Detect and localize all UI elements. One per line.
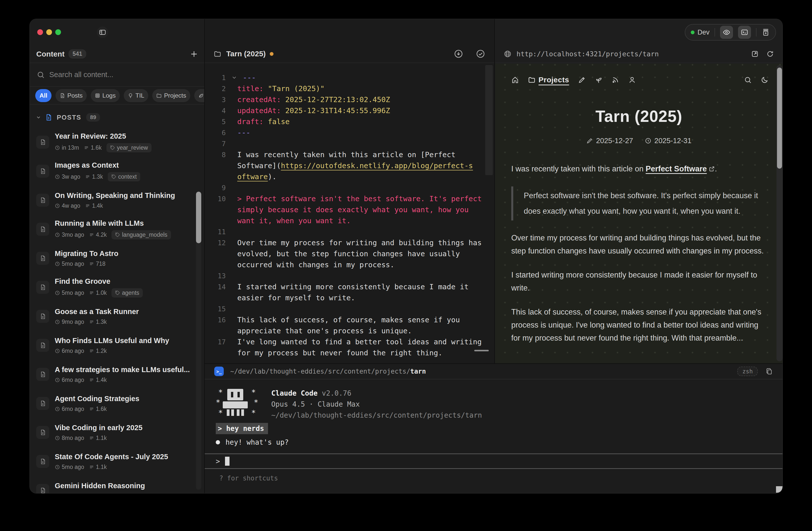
code-line[interactable]: 1--- [205,72,494,83]
terminal-body[interactable]: *** *** Claude Code v2.0.76 Opus 4.5 · C… [205,379,783,493]
code-line[interactable]: simply because it does exactly what you … [205,204,494,215]
page-scrollbar-thumb[interactable] [777,68,782,169]
minimize-button[interactable] [46,29,52,35]
filter-chip-garden[interactable]: Garden [194,89,204,102]
home-icon[interactable] [511,76,519,84]
code-segment: --- [243,73,256,82]
post-list-item[interactable]: On Writing, Speaking and Thinking4w ago1… [30,186,204,215]
code-line[interactable]: easier for myself to write. [205,292,494,303]
zoom-button[interactable] [55,29,61,35]
pencil-icon[interactable] [578,76,586,84]
code-segment: "Tarn (2025)" [268,84,324,93]
page-search-icon[interactable] [744,76,752,84]
code-line[interactable]: occurred with changes in my process. [205,259,494,270]
filter-chip-til[interactable]: TIL [124,89,148,102]
post-list-item[interactable]: Running a Mile with LLMs3mo ago4.2klangu… [30,215,204,244]
filter-chip-projects[interactable]: Projects [152,89,190,102]
article-link[interactable]: Perfect Software [646,164,707,173]
nav-item-projects[interactable]: Projects [528,75,569,84]
post-list-item[interactable]: Year in Review: 2025in 13m1.6kyear_revie… [30,128,204,157]
editor-horizontal-scrollbar[interactable] [474,350,489,351]
post-list-item[interactable]: Find the Groove5mo ago1.0kagents [30,273,204,302]
line-number: 6 [205,129,226,137]
bulb-icon [128,93,133,98]
open-external-button[interactable] [751,50,759,58]
reload-button[interactable] [766,50,774,58]
search-input[interactable]: Search all content... [30,63,204,87]
person-icon[interactable] [628,76,636,84]
post-list-item[interactable]: Who Finds LLMs Useful and Why6mo ago1.2k [30,331,204,360]
blockquote: Perfect software isn't the best software… [511,186,767,221]
filter-chip-posts[interactable]: Posts [56,89,87,102]
code-line[interactable]: 5draft: false [205,116,494,127]
post-list-item[interactable]: Gemini Hidden Reasoning5mo ago2.5k [30,476,204,493]
terminal-input[interactable]: > [216,454,783,468]
code-line[interactable]: Software](https://outofdesk.netlify.app/… [205,160,494,171]
post-list-item[interactable]: A few strategies to make LLMs useful...6… [30,360,204,389]
copy-icon[interactable] [765,367,773,375]
sidebar-scrollbar[interactable] [196,191,201,490]
code-line[interactable]: 16This lack of success, of course, makes… [205,314,494,325]
code-line[interactable]: 8I was recently taken with this article … [205,149,494,160]
post-tag-badge[interactable]: year_review [106,143,151,152]
post-tag-badge[interactable]: language_models [112,230,171,239]
code-line[interactable]: 11 [205,226,494,237]
post-tag-badge[interactable]: agents [112,288,143,297]
post-list-item[interactable]: Vibe Coding in early 20258mo ago1.1k [30,418,204,447]
rss-icon[interactable] [611,76,619,84]
resize-grip[interactable] [776,486,783,493]
doc-icon [40,313,46,320]
post-time: 6mo ago [62,406,84,413]
fold-chevron-icon[interactable] [231,74,237,81]
code-line[interactable]: 14I started writing more consistently be… [205,281,494,292]
sidebar-scrollbar-thumb[interactable] [196,192,201,243]
posts-section-header[interactable]: POSTS 89 [36,113,204,122]
code-line[interactable]: 12Over time my process for writing and b… [205,237,494,248]
post-list-item[interactable]: Goose as a Task Runner9mo ago1.3k [30,302,204,331]
post-list-item[interactable]: Migrating To Astro5mo ago718 [30,244,204,273]
page-scrollbar[interactable] [777,65,783,361]
plant-icon[interactable] [595,76,603,84]
code-line[interactable]: evolved, but the step function changes h… [205,248,494,259]
code-line[interactable]: 15 [205,303,494,314]
code-line[interactable]: 7 [205,138,494,149]
code-line[interactable]: 9 [205,182,494,193]
post-tag-badge[interactable]: context [108,172,140,181]
rendered-page: Projects [495,64,783,363]
code-segment: > Perfect software isn't the best softwa… [237,194,482,203]
editor-scrollbar-thumb[interactable] [485,65,493,175]
download-circle-button[interactable] [454,49,463,58]
pencil-icon [586,137,593,144]
code-segment: appreciate that one's process is unique. [237,326,412,335]
code-line[interactable]: for my process but never found the right… [205,347,494,358]
code-line[interactable]: 3createdAt: 2025-12-27T22:13:02.450Z [205,94,494,105]
filter-chip-all[interactable]: All [35,89,52,102]
code-line[interactable]: want it, when you want it. [205,215,494,226]
close-button[interactable] [37,29,43,35]
code-line[interactable]: 13 [205,270,494,281]
sidebar-toggle-button[interactable] [97,27,108,38]
add-content-button[interactable] [189,49,199,59]
post-list-item[interactable]: Images as Context3w ago1.3kcontext [30,157,204,186]
terminal-panel-button[interactable] [738,26,751,39]
code-line[interactable]: 6--- [205,127,494,138]
code-line[interactable]: 10> Perfect software isn't the best soft… [205,193,494,204]
code-segment: false [268,117,290,126]
code-line[interactable]: 4updatedAt: 2025-12-31T14:45:55.996Z [205,105,494,116]
code-line[interactable]: 2title: "Tarn (2025)" [205,83,494,94]
archive-plus-button[interactable] [762,28,770,37]
post-list-item[interactable]: Agent Coding Strategies6mo ago1.6k [30,389,204,418]
moon-icon[interactable] [761,76,768,84]
code-segment: title: [237,84,268,93]
code-editor[interactable]: 1---2title: "Tarn (2025)"3createdAt: 202… [205,63,494,363]
post-time: 5mo ago [62,464,84,471]
code-line[interactable]: oftware). [205,171,494,182]
code-line[interactable]: appreciate that one's process is unique. [205,325,494,336]
preview-eye-button[interactable] [720,26,733,39]
check-circle-button[interactable] [476,49,485,58]
code-line[interactable]: 17I've long wanted to find a better tool… [205,336,494,347]
filter-chip-logs[interactable]: Logs [91,89,120,102]
post-list-item[interactable]: State Of Code Agents - July 20255mo ago1… [30,447,204,476]
line-number: 8 [205,151,226,159]
url-bar[interactable]: http://localhost:4321/projects/tarn [495,45,783,63]
